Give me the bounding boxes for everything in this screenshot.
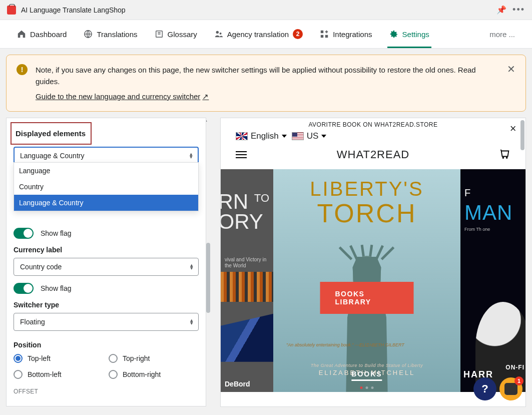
select-caret-icon: ▴▾ xyxy=(190,318,193,325)
agency-badge: 2 xyxy=(293,29,303,39)
tab-settings-label: Settings xyxy=(402,30,429,39)
hero-left-line2: TO xyxy=(254,192,269,204)
sidebar-scrollbar[interactable] xyxy=(206,243,210,313)
language-switcher[interactable]: English xyxy=(236,131,287,141)
titlebar: AI Language Translate LangShop 📌 ••• xyxy=(0,0,532,20)
hero-right-tag: ON-FI xyxy=(505,364,524,371)
hero-slide-prev[interactable]: RN TO ORY vival and Victory in the World… xyxy=(221,169,273,392)
position-top-right-label: Top-right xyxy=(123,354,150,362)
switcher-type-select[interactable]: Floating ▴▾ xyxy=(14,313,199,331)
warning-icon: ! xyxy=(17,64,28,75)
us-flag-icon xyxy=(292,132,304,140)
show-flag-toggle-1[interactable] xyxy=(14,228,34,239)
uk-flag-icon xyxy=(236,132,248,140)
position-bottom-right-label: Bottom-right xyxy=(123,370,161,378)
hero-slide-current[interactable]: LIBERTY'S TORCH "An absolutely entertain… xyxy=(273,169,460,392)
currency-label-value: Country code xyxy=(20,263,62,271)
tab-integrations[interactable]: Integrations xyxy=(320,21,372,48)
globe-icon xyxy=(84,30,93,39)
dropdown-option-country[interactable]: Country xyxy=(14,179,198,195)
tab-agency[interactable]: Agency translation 2 xyxy=(214,20,303,48)
position-top-right[interactable]: Top-right xyxy=(109,354,199,363)
more-menu-icon[interactable]: ••• xyxy=(512,5,525,15)
cart-icon[interactable] xyxy=(499,148,510,161)
brand-logo[interactable]: WHAT2READ xyxy=(337,148,410,161)
currency-label-heading: Currency label xyxy=(14,246,199,254)
tab-agency-label: Agency translation xyxy=(227,30,289,39)
svg-rect-6 xyxy=(325,35,328,38)
help-button[interactable]: ? xyxy=(473,377,496,400)
grid-plus-icon xyxy=(320,30,329,39)
warning-guide-link[interactable]: Guide to the new language and currency s… xyxy=(36,91,209,102)
dropdown-option-language-country[interactable]: Language & Country xyxy=(14,195,198,211)
hero-category-link[interactable]: BOOKS xyxy=(351,370,382,381)
offset-heading: OFFSET xyxy=(14,388,199,395)
tab-translations-label: Translations xyxy=(97,30,137,39)
svg-rect-5 xyxy=(321,35,323,38)
preview-pane: AVORITRE BOOK ON WHAT2READ.STORE × Engli… xyxy=(220,118,526,407)
position-bottom-left[interactable]: Bottom-left xyxy=(14,370,104,379)
external-link-icon: ↗ xyxy=(202,91,209,102)
switcher-type-value: Floating xyxy=(20,318,45,326)
agency-icon xyxy=(214,30,223,39)
dropdown-option-language[interactable]: Language xyxy=(14,163,198,179)
tab-dashboard-label: Dashboard xyxy=(30,30,67,39)
radio-icon xyxy=(109,370,118,379)
preview-close-icon[interactable]: × xyxy=(510,122,516,135)
chat-badge: 1 xyxy=(514,376,523,385)
tab-dashboard[interactable]: Dashboard xyxy=(17,21,67,48)
hero-center-quote: "An absolutely entertaining book." —ELIZ… xyxy=(286,342,404,348)
select-caret-icon: ▴▾ xyxy=(190,263,193,270)
radio-icon xyxy=(109,354,118,363)
svg-point-3 xyxy=(219,33,221,35)
switcher-type-heading: Switcher type xyxy=(14,301,199,309)
chevron-down-icon xyxy=(321,135,326,138)
carousel-dots[interactable] xyxy=(360,386,374,389)
hero-left-sub: vival and Victory in the World xyxy=(225,257,273,269)
tab-glossary[interactable]: Glossary xyxy=(155,21,197,48)
displayed-elements-dropdown: Language Country Language & Country xyxy=(14,162,199,211)
hero-left-author: DeBord xyxy=(225,380,250,388)
position-bottom-left-label: Bottom-left xyxy=(28,370,62,378)
show-flag-toggle-2[interactable] xyxy=(14,283,34,294)
hero-center-title1: LIBERTY'S xyxy=(310,178,423,200)
preview-banner: AVORITRE BOOK ON WHAT2READ.STORE × xyxy=(221,118,525,129)
section-displayed-elements: Displayed elements xyxy=(14,125,89,142)
tabs-more[interactable]: more ... xyxy=(489,30,515,39)
position-bottom-right[interactable]: Bottom-right xyxy=(109,370,199,379)
hero-center-title2: TORCH xyxy=(317,199,417,228)
tab-translations[interactable]: Translations xyxy=(84,21,137,48)
select-caret-icon: ▴▾ xyxy=(190,152,193,159)
hamburger-menu-icon[interactable] xyxy=(236,151,247,158)
warning-text: Note, if you save any changes on this pa… xyxy=(36,64,499,88)
app-title: AI Language Translate LangShop xyxy=(21,6,126,14)
hero-right-sub: From Th one xyxy=(464,227,490,232)
hero-right-title: MAN xyxy=(464,201,512,224)
preview-switcher: English US xyxy=(221,129,525,145)
radio-icon xyxy=(14,354,23,363)
hero-slide-next[interactable]: F MAN From Th one ON-FI HARR xyxy=(460,169,525,392)
hero-center-tagline: The Great Adventure to Build the Statue … xyxy=(311,363,423,368)
chat-icon xyxy=(504,383,517,395)
books-library-button[interactable]: BOOKS LIBRARY xyxy=(320,282,414,314)
hero-right-for: F xyxy=(464,187,512,199)
tab-integrations-label: Integrations xyxy=(333,30,372,39)
show-flag-label-1: Show flag xyxy=(41,229,71,237)
warning-guide-link-text: Guide to the new language and currency s… xyxy=(36,91,200,102)
book-icon xyxy=(155,30,164,39)
close-icon[interactable]: ✕ xyxy=(507,64,515,74)
svg-rect-4 xyxy=(321,31,323,33)
gear-icon xyxy=(389,30,398,39)
chat-button[interactable]: 1 xyxy=(499,377,522,400)
position-top-left[interactable]: Top-left xyxy=(14,354,104,363)
home-icon xyxy=(17,30,26,39)
tab-settings[interactable]: Settings xyxy=(389,21,429,48)
currency-label-select[interactable]: Country code ▴▾ xyxy=(14,258,199,276)
app-icon xyxy=(7,6,16,15)
preview-banner-text: AVORITRE BOOK ON WHAT2READ.STORE xyxy=(308,121,437,128)
hero-carousel: RN TO ORY vival and Victory in the World… xyxy=(221,169,525,392)
position-heading: Position xyxy=(14,341,199,349)
pin-icon[interactable]: 📌 xyxy=(496,5,506,15)
radio-icon xyxy=(14,370,23,379)
country-switcher[interactable]: US xyxy=(292,131,327,141)
